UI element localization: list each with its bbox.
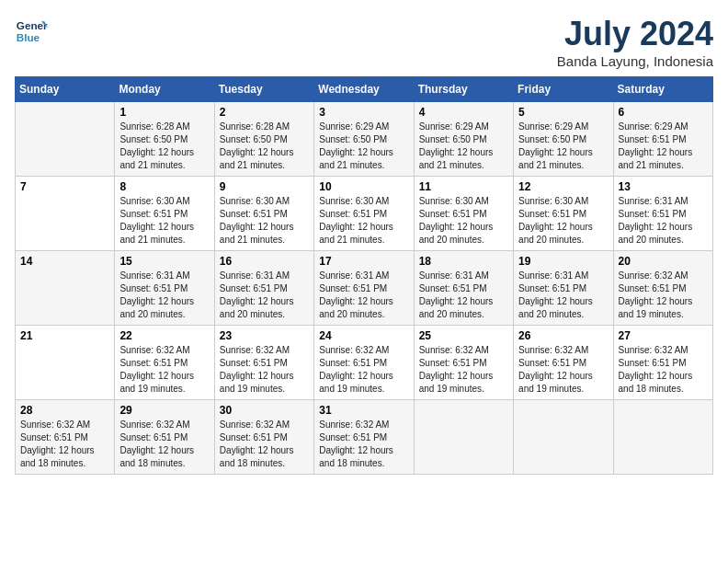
day-number: 27 xyxy=(619,329,708,342)
col-monday: Monday xyxy=(115,77,214,102)
day-number: 4 xyxy=(419,106,508,119)
calendar-table: Sunday Monday Tuesday Wednesday Thursday… xyxy=(15,76,713,475)
day-number: 14 xyxy=(20,255,109,268)
location-title: Banda Layung, Indonesia xyxy=(557,53,713,69)
calendar-cell: 8Sunrise: 6:30 AM Sunset: 6:51 PM Daylig… xyxy=(115,177,214,251)
col-friday: Friday xyxy=(514,77,613,102)
calendar-cell: 23Sunrise: 6:32 AM Sunset: 6:51 PM Dayli… xyxy=(214,326,313,400)
day-number: 26 xyxy=(518,329,608,342)
calendar-week-3: 1415Sunrise: 6:31 AM Sunset: 6:51 PM Day… xyxy=(16,251,713,326)
day-info: Sunrise: 6:30 AM Sunset: 6:51 PM Dayligh… xyxy=(518,195,608,247)
day-info: Sunrise: 6:32 AM Sunset: 6:51 PM Dayligh… xyxy=(119,419,209,470)
day-number: 28 xyxy=(20,404,109,417)
day-number: 31 xyxy=(319,404,408,417)
calendar-cell: 28Sunrise: 6:32 AM Sunset: 6:51 PM Dayli… xyxy=(16,400,115,475)
day-number: 10 xyxy=(319,180,408,193)
day-info: Sunrise: 6:31 AM Sunset: 6:51 PM Dayligh… xyxy=(419,270,508,321)
calendar-cell: 27Sunrise: 6:32 AM Sunset: 6:51 PM Dayli… xyxy=(613,326,712,400)
page-header: General Blue July 2024 Banda Layung, Ind… xyxy=(15,15,713,69)
calendar-cell: 20Sunrise: 6:32 AM Sunset: 6:51 PM Dayli… xyxy=(613,251,712,326)
day-info: Sunrise: 6:31 AM Sunset: 6:51 PM Dayligh… xyxy=(119,270,209,321)
day-number: 2 xyxy=(220,106,309,119)
calendar-cell: 30Sunrise: 6:32 AM Sunset: 6:51 PM Dayli… xyxy=(214,400,313,475)
day-number: 15 xyxy=(119,255,209,268)
title-block: July 2024 Banda Layung, Indonesia xyxy=(557,15,713,69)
day-info: Sunrise: 6:28 AM Sunset: 6:50 PM Dayligh… xyxy=(119,121,209,172)
day-number: 29 xyxy=(119,404,209,417)
day-info: Sunrise: 6:29 AM Sunset: 6:50 PM Dayligh… xyxy=(319,121,408,172)
day-number: 9 xyxy=(220,180,309,193)
day-info: Sunrise: 6:32 AM Sunset: 6:51 PM Dayligh… xyxy=(319,419,408,470)
calendar-week-1: 1Sunrise: 6:28 AM Sunset: 6:50 PM Daylig… xyxy=(16,102,713,177)
day-number: 11 xyxy=(419,180,508,193)
calendar-header: Sunday Monday Tuesday Wednesday Thursday… xyxy=(16,77,713,102)
day-info: Sunrise: 6:31 AM Sunset: 6:51 PM Dayligh… xyxy=(220,270,309,321)
day-number: 17 xyxy=(319,255,408,268)
day-info: Sunrise: 6:32 AM Sunset: 6:51 PM Dayligh… xyxy=(20,419,109,470)
day-info: Sunrise: 6:29 AM Sunset: 6:50 PM Dayligh… xyxy=(419,121,508,172)
day-info: Sunrise: 6:32 AM Sunset: 6:51 PM Dayligh… xyxy=(119,344,209,396)
day-number: 18 xyxy=(419,255,508,268)
day-info: Sunrise: 6:31 AM Sunset: 6:51 PM Dayligh… xyxy=(518,270,608,321)
day-info: Sunrise: 6:32 AM Sunset: 6:51 PM Dayligh… xyxy=(220,344,309,396)
calendar-cell: 4Sunrise: 6:29 AM Sunset: 6:50 PM Daylig… xyxy=(414,102,513,177)
day-number: 21 xyxy=(20,329,109,342)
calendar-cell xyxy=(414,400,513,475)
calendar-cell: 12Sunrise: 6:30 AM Sunset: 6:51 PM Dayli… xyxy=(514,177,613,251)
day-number: 25 xyxy=(419,329,508,342)
svg-text:Blue: Blue xyxy=(17,31,40,43)
day-number: 12 xyxy=(518,180,608,193)
calendar-cell: 3Sunrise: 6:29 AM Sunset: 6:50 PM Daylig… xyxy=(314,102,414,177)
calendar-cell: 16Sunrise: 6:31 AM Sunset: 6:51 PM Dayli… xyxy=(214,251,313,326)
day-info: Sunrise: 6:32 AM Sunset: 6:51 PM Dayligh… xyxy=(619,270,708,321)
calendar-cell: 14 xyxy=(16,251,115,326)
calendar-cell: 22Sunrise: 6:32 AM Sunset: 6:51 PM Dayli… xyxy=(115,326,214,400)
day-info: Sunrise: 6:28 AM Sunset: 6:50 PM Dayligh… xyxy=(220,121,309,172)
calendar-week-4: 2122Sunrise: 6:32 AM Sunset: 6:51 PM Day… xyxy=(16,326,713,400)
logo-icon: General Blue xyxy=(15,15,48,48)
day-number: 3 xyxy=(319,106,408,119)
day-number: 13 xyxy=(619,180,708,193)
calendar-cell: 29Sunrise: 6:32 AM Sunset: 6:51 PM Dayli… xyxy=(115,400,214,475)
month-title: July 2024 xyxy=(557,15,713,53)
calendar-week-2: 78Sunrise: 6:30 AM Sunset: 6:51 PM Dayli… xyxy=(16,177,713,251)
day-info: Sunrise: 6:30 AM Sunset: 6:51 PM Dayligh… xyxy=(220,195,309,247)
col-wednesday: Wednesday xyxy=(314,77,414,102)
calendar-cell: 24Sunrise: 6:32 AM Sunset: 6:51 PM Dayli… xyxy=(314,326,414,400)
day-number: 20 xyxy=(619,255,708,268)
logo: General Blue xyxy=(15,15,51,48)
calendar-body: 1Sunrise: 6:28 AM Sunset: 6:50 PM Daylig… xyxy=(16,102,713,475)
day-number: 24 xyxy=(319,329,408,342)
day-info: Sunrise: 6:32 AM Sunset: 6:51 PM Dayligh… xyxy=(220,419,309,470)
calendar-cell: 15Sunrise: 6:31 AM Sunset: 6:51 PM Dayli… xyxy=(115,251,214,326)
header-row: Sunday Monday Tuesday Wednesday Thursday… xyxy=(16,77,713,102)
calendar-cell: 6Sunrise: 6:29 AM Sunset: 6:51 PM Daylig… xyxy=(613,102,712,177)
calendar-week-5: 28Sunrise: 6:32 AM Sunset: 6:51 PM Dayli… xyxy=(16,400,713,475)
day-info: Sunrise: 6:32 AM Sunset: 6:51 PM Dayligh… xyxy=(419,344,508,396)
calendar-cell xyxy=(16,102,115,177)
day-info: Sunrise: 6:31 AM Sunset: 6:51 PM Dayligh… xyxy=(319,270,408,321)
day-number: 5 xyxy=(518,106,608,119)
day-number: 19 xyxy=(518,255,608,268)
calendar-cell: 17Sunrise: 6:31 AM Sunset: 6:51 PM Dayli… xyxy=(314,251,414,326)
calendar-cell: 2Sunrise: 6:28 AM Sunset: 6:50 PM Daylig… xyxy=(214,102,313,177)
calendar-cell: 11Sunrise: 6:30 AM Sunset: 6:51 PM Dayli… xyxy=(414,177,513,251)
calendar-cell xyxy=(613,400,712,475)
day-number: 1 xyxy=(119,106,209,119)
calendar-cell: 21 xyxy=(16,326,115,400)
day-info: Sunrise: 6:29 AM Sunset: 6:51 PM Dayligh… xyxy=(619,121,708,172)
day-info: Sunrise: 6:31 AM Sunset: 6:51 PM Dayligh… xyxy=(619,195,708,247)
day-number: 8 xyxy=(119,180,209,193)
calendar-cell: 25Sunrise: 6:32 AM Sunset: 6:51 PM Dayli… xyxy=(414,326,513,400)
day-info: Sunrise: 6:30 AM Sunset: 6:51 PM Dayligh… xyxy=(319,195,408,247)
day-info: Sunrise: 6:30 AM Sunset: 6:51 PM Dayligh… xyxy=(419,195,508,247)
calendar-cell: 10Sunrise: 6:30 AM Sunset: 6:51 PM Dayli… xyxy=(314,177,414,251)
calendar-cell: 18Sunrise: 6:31 AM Sunset: 6:51 PM Dayli… xyxy=(414,251,513,326)
day-number: 16 xyxy=(220,255,309,268)
calendar-cell: 19Sunrise: 6:31 AM Sunset: 6:51 PM Dayli… xyxy=(514,251,613,326)
day-info: Sunrise: 6:32 AM Sunset: 6:51 PM Dayligh… xyxy=(319,344,408,396)
col-saturday: Saturday xyxy=(613,77,712,102)
day-info: Sunrise: 6:32 AM Sunset: 6:51 PM Dayligh… xyxy=(619,344,708,396)
day-number: 23 xyxy=(220,329,309,342)
day-info: Sunrise: 6:30 AM Sunset: 6:51 PM Dayligh… xyxy=(119,195,209,247)
